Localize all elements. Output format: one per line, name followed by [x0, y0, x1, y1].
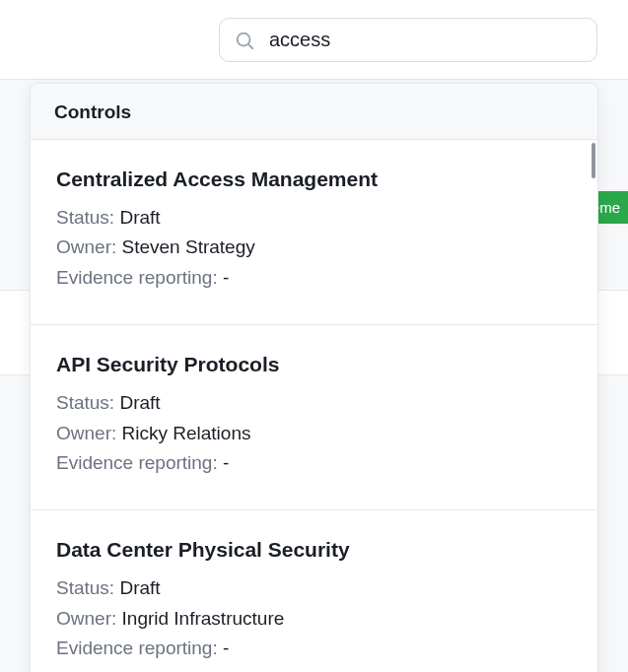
search-result-item[interactable]: API Security Protocols Status: Draft Own…: [31, 325, 597, 510]
scrollbar-thumb[interactable]: [592, 143, 595, 178]
evidence-label: Evidence reporting:: [56, 638, 223, 658]
owner-value: Ingrid Infrastructure: [122, 608, 285, 629]
evidence-value: -: [223, 638, 229, 658]
search-icon: [234, 30, 255, 51]
search-result-item[interactable]: Centralized Access Management Status: Dr…: [31, 140, 597, 325]
status-value: Draft: [119, 577, 160, 598]
svg-line-1: [248, 43, 252, 47]
evidence-value: -: [223, 267, 229, 288]
search-result-item[interactable]: Data Center Physical Security Status: Dr…: [31, 510, 597, 672]
dropdown-section-header: Controls: [31, 84, 597, 140]
owner-label: Owner:: [56, 236, 122, 257]
result-evidence-line: Evidence reporting: -: [56, 634, 572, 663]
status-label: Status:: [56, 207, 119, 228]
status-value: Draft: [119, 207, 160, 228]
status-label: Status:: [56, 577, 119, 598]
result-owner-line: Owner: Steven Strategy: [56, 233, 572, 262]
result-evidence-line: Evidence reporting: -: [56, 263, 572, 293]
result-status-line: Status: Draft: [56, 203, 572, 233]
owner-label: Owner:: [56, 423, 122, 443]
search-box[interactable]: [219, 18, 597, 62]
result-title: Data Center Physical Security: [56, 538, 572, 562]
evidence-value: -: [223, 452, 229, 473]
owner-label: Owner:: [56, 608, 122, 629]
result-title: API Security Protocols: [56, 353, 572, 376]
result-owner-line: Owner: Ricky Relations: [56, 419, 572, 448]
search-input[interactable]: [269, 29, 583, 51]
evidence-label: Evidence reporting:: [56, 267, 223, 288]
search-container: [219, 18, 597, 62]
result-status-line: Status: Draft: [56, 573, 572, 603]
dropdown-body: Centralized Access Management Status: Dr…: [31, 140, 597, 672]
owner-value: Steven Strategy: [122, 236, 255, 257]
owner-value: Ricky Relations: [122, 423, 251, 443]
evidence-label: Evidence reporting:: [56, 452, 223, 473]
status-value: Draft: [119, 392, 160, 413]
result-title: Centralized Access Management: [56, 168, 572, 191]
search-results-dropdown: Controls Centralized Access Management S…: [30, 83, 598, 672]
status-label: Status:: [56, 392, 119, 413]
result-status-line: Status: Draft: [56, 388, 572, 418]
result-evidence-line: Evidence reporting: -: [56, 448, 572, 478]
result-owner-line: Owner: Ingrid Infrastructure: [56, 604, 572, 634]
